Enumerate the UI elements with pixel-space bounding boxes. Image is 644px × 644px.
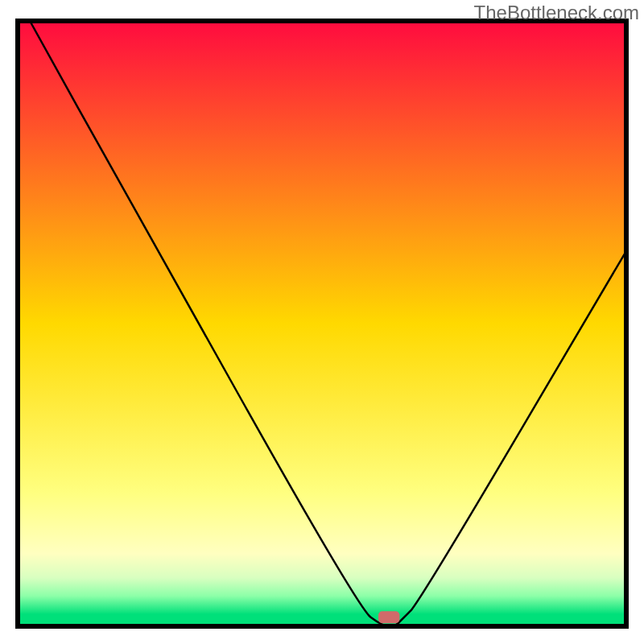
minimum-marker	[378, 611, 399, 623]
watermark-text: TheBottleneck.com	[474, 2, 639, 24]
chart-plot-area	[18, 21, 626, 626]
bottleneck-chart	[0, 0, 644, 644]
chart-background	[18, 21, 626, 626]
